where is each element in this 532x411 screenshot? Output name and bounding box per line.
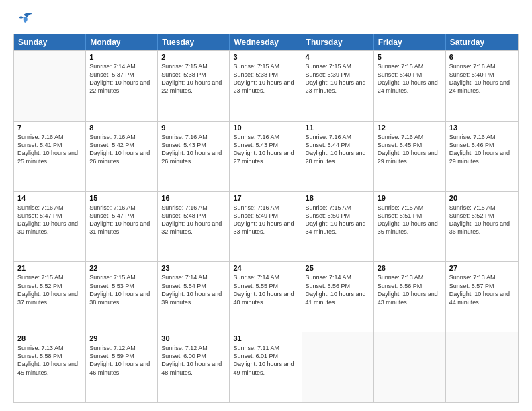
day-number: 17	[233, 194, 298, 202]
calendar-cell: 19Sunrise: 7:15 AM Sunset: 5:51 PM Dayli…	[374, 192, 446, 262]
cell-content: Sunrise: 7:14 AM Sunset: 5:55 PM Dayligh…	[233, 273, 298, 306]
day-number: 30	[161, 334, 226, 342]
calendar-row: 21Sunrise: 7:15 AM Sunset: 5:52 PM Dayli…	[14, 261, 518, 332]
day-number: 25	[306, 264, 370, 272]
day-number: 11	[306, 124, 370, 132]
day-number: 8	[89, 124, 154, 132]
calendar-cell: 8Sunrise: 7:16 AM Sunset: 5:42 PM Daylig…	[86, 122, 158, 191]
cell-content: Sunrise: 7:13 AM Sunset: 5:56 PM Dayligh…	[378, 273, 442, 306]
calendar-cell: 29Sunrise: 7:12 AM Sunset: 5:59 PM Dayli…	[86, 332, 158, 402]
calendar-cell: 20Sunrise: 7:15 AM Sunset: 5:52 PM Dayli…	[446, 192, 518, 262]
cell-content: Sunrise: 7:16 AM Sunset: 5:49 PM Dayligh…	[233, 203, 298, 236]
calendar-header-cell: Friday	[374, 34, 446, 50]
cell-content: Sunrise: 7:15 AM Sunset: 5:51 PM Dayligh…	[378, 203, 442, 236]
calendar-cell: 18Sunrise: 7:15 AM Sunset: 5:50 PM Dayli…	[302, 192, 374, 262]
day-number: 27	[449, 264, 515, 272]
calendar-cell: 23Sunrise: 7:14 AM Sunset: 5:54 PM Dayli…	[158, 262, 230, 332]
cell-content: Sunrise: 7:13 AM Sunset: 5:57 PM Dayligh…	[449, 273, 515, 306]
calendar-cell: 17Sunrise: 7:16 AM Sunset: 5:49 PM Dayli…	[230, 192, 302, 262]
calendar-cell	[14, 51, 86, 121]
header	[13, 12, 519, 27]
calendar-header: SundayMondayTuesdayWednesdayThursdayFrid…	[14, 34, 518, 50]
day-number: 31	[233, 334, 298, 342]
day-number: 12	[378, 124, 442, 132]
day-number: 6	[449, 53, 515, 61]
day-number: 4	[306, 53, 370, 61]
calendar-cell: 4Sunrise: 7:15 AM Sunset: 5:39 PM Daylig…	[302, 51, 374, 121]
calendar-cell: 10Sunrise: 7:16 AM Sunset: 5:43 PM Dayli…	[230, 122, 302, 191]
cell-content: Sunrise: 7:15 AM Sunset: 5:39 PM Dayligh…	[306, 62, 370, 95]
cell-content: Sunrise: 7:15 AM Sunset: 5:52 PM Dayligh…	[17, 273, 82, 306]
calendar-cell	[446, 332, 518, 402]
cell-content: Sunrise: 7:12 AM Sunset: 6:00 PM Dayligh…	[161, 344, 226, 377]
calendar-header-cell: Wednesday	[230, 34, 302, 50]
calendar-row: 7Sunrise: 7:16 AM Sunset: 5:41 PM Daylig…	[14, 121, 518, 191]
cell-content: Sunrise: 7:16 AM Sunset: 5:44 PM Dayligh…	[306, 133, 370, 166]
cell-content: Sunrise: 7:16 AM Sunset: 5:46 PM Dayligh…	[449, 133, 515, 166]
calendar-header-cell: Tuesday	[158, 34, 230, 50]
calendar-cell: 9Sunrise: 7:16 AM Sunset: 5:43 PM Daylig…	[158, 122, 230, 191]
calendar-cell: 7Sunrise: 7:16 AM Sunset: 5:41 PM Daylig…	[14, 122, 86, 191]
cell-content: Sunrise: 7:14 AM Sunset: 5:56 PM Dayligh…	[306, 273, 370, 306]
page: SundayMondayTuesdayWednesdayThursdayFrid…	[0, 0, 532, 411]
cell-content: Sunrise: 7:15 AM Sunset: 5:53 PM Dayligh…	[89, 273, 154, 306]
day-number: 20	[449, 194, 515, 202]
calendar-cell: 27Sunrise: 7:13 AM Sunset: 5:57 PM Dayli…	[446, 262, 518, 332]
calendar-cell: 22Sunrise: 7:15 AM Sunset: 5:53 PM Dayli…	[86, 262, 158, 332]
calendar-cell: 6Sunrise: 7:16 AM Sunset: 5:40 PM Daylig…	[446, 51, 518, 121]
calendar: SundayMondayTuesdayWednesdayThursdayFrid…	[13, 34, 519, 403]
cell-content: Sunrise: 7:15 AM Sunset: 5:50 PM Dayligh…	[306, 203, 370, 236]
cell-content: Sunrise: 7:16 AM Sunset: 5:42 PM Dayligh…	[89, 133, 154, 166]
calendar-header-cell: Monday	[86, 34, 158, 50]
calendar-cell: 5Sunrise: 7:15 AM Sunset: 5:40 PM Daylig…	[374, 51, 446, 121]
cell-content: Sunrise: 7:15 AM Sunset: 5:52 PM Dayligh…	[449, 203, 515, 236]
calendar-cell: 11Sunrise: 7:16 AM Sunset: 5:44 PM Dayli…	[302, 122, 374, 191]
cell-content: Sunrise: 7:14 AM Sunset: 5:54 PM Dayligh…	[161, 273, 226, 306]
day-number: 13	[449, 124, 515, 132]
day-number: 3	[233, 53, 298, 61]
day-number: 1	[89, 53, 154, 61]
calendar-body: 1Sunrise: 7:14 AM Sunset: 5:37 PM Daylig…	[14, 50, 518, 402]
day-number: 14	[17, 194, 82, 202]
cell-content: Sunrise: 7:16 AM Sunset: 5:40 PM Dayligh…	[449, 62, 515, 95]
cell-content: Sunrise: 7:13 AM Sunset: 5:58 PM Dayligh…	[17, 344, 82, 377]
day-number: 18	[306, 194, 370, 202]
cell-content: Sunrise: 7:15 AM Sunset: 5:40 PM Dayligh…	[378, 62, 442, 95]
cell-content: Sunrise: 7:16 AM Sunset: 5:43 PM Dayligh…	[161, 133, 226, 166]
day-number: 24	[233, 264, 298, 272]
cell-content: Sunrise: 7:14 AM Sunset: 5:37 PM Dayligh…	[89, 62, 154, 95]
day-number: 22	[89, 264, 154, 272]
calendar-header-cell: Sunday	[14, 34, 86, 50]
day-number: 16	[161, 194, 226, 202]
logo-icon	[13, 12, 34, 27]
calendar-header-cell: Saturday	[446, 34, 518, 50]
day-number: 29	[89, 334, 154, 342]
day-number: 21	[17, 264, 82, 272]
calendar-cell: 13Sunrise: 7:16 AM Sunset: 5:46 PM Dayli…	[446, 122, 518, 191]
cell-content: Sunrise: 7:16 AM Sunset: 5:43 PM Dayligh…	[233, 133, 298, 166]
calendar-cell	[374, 332, 446, 402]
calendar-cell: 15Sunrise: 7:16 AM Sunset: 5:47 PM Dayli…	[86, 192, 158, 262]
calendar-cell: 14Sunrise: 7:16 AM Sunset: 5:47 PM Dayli…	[14, 192, 86, 262]
calendar-cell: 24Sunrise: 7:14 AM Sunset: 5:55 PM Dayli…	[230, 262, 302, 332]
day-number: 15	[89, 194, 154, 202]
day-number: 28	[17, 334, 82, 342]
cell-content: Sunrise: 7:11 AM Sunset: 6:01 PM Dayligh…	[233, 344, 298, 377]
cell-content: Sunrise: 7:16 AM Sunset: 5:45 PM Dayligh…	[378, 133, 442, 166]
calendar-cell: 30Sunrise: 7:12 AM Sunset: 6:00 PM Dayli…	[158, 332, 230, 402]
calendar-cell: 28Sunrise: 7:13 AM Sunset: 5:58 PM Dayli…	[14, 332, 86, 402]
calendar-cell: 3Sunrise: 7:15 AM Sunset: 5:38 PM Daylig…	[230, 51, 302, 121]
calendar-cell: 26Sunrise: 7:13 AM Sunset: 5:56 PM Dayli…	[374, 262, 446, 332]
calendar-cell: 31Sunrise: 7:11 AM Sunset: 6:01 PM Dayli…	[230, 332, 302, 402]
cell-content: Sunrise: 7:15 AM Sunset: 5:38 PM Dayligh…	[161, 62, 226, 95]
day-number: 26	[378, 264, 442, 272]
cell-content: Sunrise: 7:16 AM Sunset: 5:41 PM Dayligh…	[17, 133, 82, 166]
day-number: 5	[378, 53, 442, 61]
cell-content: Sunrise: 7:16 AM Sunset: 5:48 PM Dayligh…	[161, 203, 226, 236]
cell-content: Sunrise: 7:12 AM Sunset: 5:59 PM Dayligh…	[89, 344, 154, 377]
day-number: 7	[17, 124, 82, 132]
calendar-cell: 2Sunrise: 7:15 AM Sunset: 5:38 PM Daylig…	[158, 51, 230, 121]
cell-content: Sunrise: 7:16 AM Sunset: 5:47 PM Dayligh…	[89, 203, 154, 236]
calendar-cell: 16Sunrise: 7:16 AM Sunset: 5:48 PM Dayli…	[158, 192, 230, 262]
calendar-header-cell: Thursday	[302, 34, 374, 50]
